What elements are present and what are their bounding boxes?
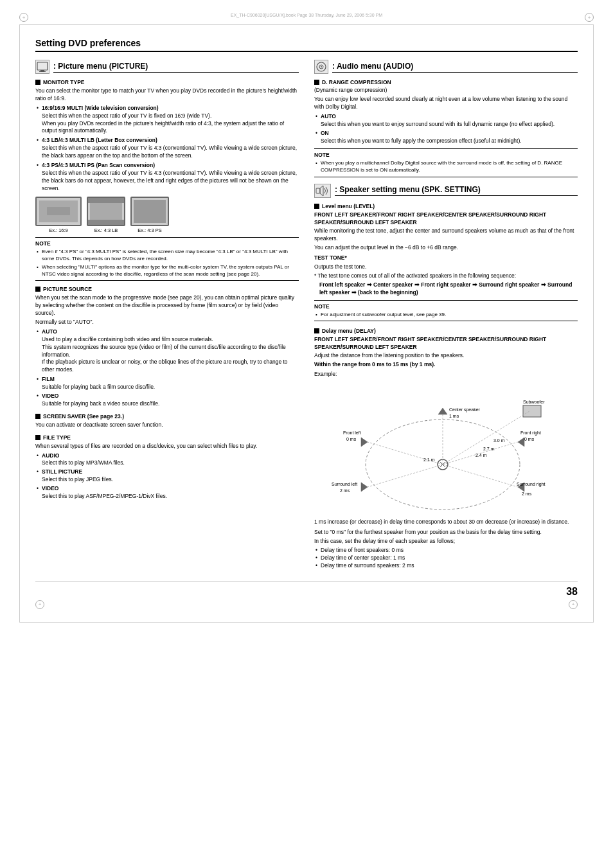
level-note-1: • For adjustment of subwoofer output lev…: [314, 311, 578, 318]
d-range-notes-list: • When you play a multichannel Dolby Dig…: [314, 159, 578, 173]
monitor-note-1: • Even if "4:3 PS" or "4:3 MULTI PS" is …: [35, 248, 299, 262]
audio-icon: [314, 60, 328, 74]
picture-section-title: : Picture menu (PICTURE): [53, 62, 299, 73]
corner-mark-tr: +: [585, 13, 594, 22]
svg-marker-23: [361, 483, 368, 492]
note-1ms: 1 ms increase (or decrease) in delay tim…: [314, 518, 578, 526]
svg-rect-1: [40, 70, 44, 71]
main-content: Setting DVD preferences : Picture menu: [19, 24, 594, 623]
screen-saver-section: SCREEN SAVER (See page 23.) You can acti…: [35, 413, 299, 429]
speaker-diagram-svg: Center speaker 1 ms Subwoofer Front left…: [314, 381, 578, 516]
sequence-text: Front left speaker ➡ Center speaker ➡ Fr…: [314, 281, 578, 297]
level-menu-section: Level menu (LEVEL) FRONT LEFT SPEAKER/FR…: [314, 203, 578, 321]
svg-text:2.4 m: 2.4 m: [475, 453, 487, 457]
note-title-3: NOTE: [314, 303, 578, 310]
dr-on: • ON Select this when you want to fully …: [314, 130, 578, 145]
speaker-section-title: : Speaker setting menu (SPK. SETTING): [335, 185, 578, 196]
svg-text:3.0 m: 3.0 m: [493, 438, 505, 443]
two-column-layout: : Picture menu (PICTURE) MONITOR TYPE Yo…: [35, 60, 578, 575]
monitor-note-2: • When selecting "MULTI" options as the …: [35, 263, 299, 278]
picture-section-header: : Picture menu (PICTURE): [35, 60, 299, 74]
in-this-case: In this case, set the delay time of each…: [314, 538, 578, 545]
delay-center: • Delay time of center speaker: 1 ms: [314, 554, 578, 562]
page-number: 38: [35, 581, 578, 598]
tv-box-ps: [130, 197, 169, 226]
ft-still: • STILL PICTURE Select this to play JPEG…: [35, 468, 299, 484]
monitor-type-intro: You can select the monitor type to match…: [35, 87, 299, 103]
level-speakers-title: FRONT LEFT SPEAKER/FRONT RIGHT SPEAKER/C…: [314, 211, 578, 227]
svg-text:Front left: Front left: [343, 430, 361, 435]
delay-front: • Delay time of front speakers: 0 ms: [314, 547, 578, 554]
delay-menu-title: Delay menu (DELAY): [314, 328, 578, 334]
note-title-2: NOTE: [314, 152, 578, 158]
tv-box-wide: [35, 197, 82, 226]
delay-times-list: • Delay time of front speakers: 0 ms • D…: [314, 547, 578, 570]
speaker-icon: [314, 184, 331, 198]
delay-desc: Adjust the distance from the listening p…: [314, 352, 578, 360]
header-file-info: EX_TH-C906020[USGU/X].book Page 38 Thurs…: [231, 13, 382, 22]
tv-169: Ex.: 16:9: [35, 197, 82, 233]
page-wrapper: + EX_TH-C906020[USGU/X].book Page 38 Thu…: [19, 13, 594, 623]
level-menu-title: Level menu (LEVEL): [314, 203, 578, 209]
tv-43ps-label: Ex.: 4:3 PS: [138, 227, 162, 233]
picture-source-intro: When you set the scan mode to the progre…: [35, 294, 299, 317]
svg-marker-12: [438, 408, 447, 414]
monitor-type-section: MONITOR TYPE You can select the monitor …: [35, 79, 299, 281]
audio-section-title: : Audio menu (AUDIO): [332, 62, 578, 73]
ft-video: • VIDEO Select this to play ASF/MPEG-2/M…: [35, 485, 299, 500]
delay-surround: • Delay time of surround speakers: 2 ms: [314, 562, 578, 570]
speaker-section-header: : Speaker setting menu (SPK. SETTING): [314, 184, 578, 198]
d-range-options: • AUTO Select this when you want to enjo…: [314, 113, 578, 146]
level-notes-list: • For adjustment of subwoofer output lev…: [314, 311, 578, 318]
d-range-subtitle: (Dynamic range compression): [314, 87, 578, 94]
note-title-1: NOTE: [35, 240, 299, 247]
ps-auto: • AUTO Used to play a disc/file containi…: [35, 328, 299, 374]
test-tone-desc: Outputs the test tone.: [314, 263, 578, 271]
right-column: : Audio menu (AUDIO) D. RANGE COMPRESSIO…: [314, 60, 578, 575]
screen-saver-desc: You can activate or deactivate screen sa…: [35, 421, 299, 429]
file-type-intro: When several types of files are recorded…: [35, 443, 299, 450]
monitor-option-43lb: • 4:3 LB/4:3 MULTI LB (Letter Box conver…: [35, 137, 299, 160]
level-desc: While monitoring the test tone, adjust t…: [314, 227, 578, 243]
svg-rect-6: [316, 188, 320, 193]
svg-text:2 ms: 2 ms: [340, 488, 350, 493]
ps-video: • VIDEO Suitable for playing back a vide…: [35, 393, 299, 408]
d-range-note: NOTE • When you play a multichannel Dolb…: [314, 148, 578, 177]
black-square-4: [35, 435, 40, 440]
tv-43ps: Ex.: 4:3 PS: [130, 197, 169, 233]
level-note: NOTE • For adjustment of subwoofer outpu…: [314, 300, 578, 321]
ps-film: • FILM Suitable for playing back a film …: [35, 376, 299, 391]
tv-43lb-label: Ex.: 4:3 LB: [94, 227, 118, 233]
black-square-5: [314, 80, 319, 85]
svg-text:Surround right: Surround right: [517, 482, 545, 487]
d-range-note-1: • When you play a multichannel Dolby Dig…: [314, 159, 578, 173]
monitor-type-note: NOTE • Even if "4:3 PS" or "4:3 MULTI PS…: [35, 237, 299, 281]
monitor-option-43ps: • 4:3 PS/4:3 MULTI PS (Pan Scan conversi…: [35, 162, 299, 193]
svg-text:2 ms: 2 ms: [522, 492, 532, 496]
delay-speakers-title: FRONT LEFT SPEAKER/FRONT RIGHT SPEAKER/C…: [314, 336, 578, 351]
level-range: You can adjust the output level in the −…: [314, 244, 578, 252]
svg-line-33: [443, 465, 518, 487]
svg-text:Surround left: Surround left: [332, 482, 357, 486]
svg-point-5: [321, 66, 322, 67]
picture-icon: [35, 60, 49, 74]
corner-mark-bl: +: [35, 600, 44, 609]
audio-section-header: : Audio menu (AUDIO): [314, 60, 578, 74]
asterisk-note: * The test tone comes out of all of the …: [314, 272, 578, 280]
ft-audio: • AUDIO Select this to play MP3/WMA file…: [35, 452, 299, 468]
tv-43lb: Ex.: 4:3 LB: [87, 197, 125, 233]
corner-mark-br: +: [569, 600, 578, 609]
svg-rect-2: [39, 71, 46, 72]
page-title-bar: Setting DVD preferences: [35, 38, 578, 52]
test-tone-title: TEST TONE*: [314, 254, 578, 262]
d-range-intro: You can enjoy low level recorded sound c…: [314, 96, 578, 111]
svg-line-32: [368, 465, 443, 487]
file-type-section: FILE TYPE When several types of files ar…: [35, 434, 299, 500]
black-square-6: [314, 204, 319, 209]
svg-text:2.1 m: 2.1 m: [423, 457, 435, 462]
svg-text:Center speaker: Center speaker: [449, 407, 481, 412]
black-square-1: [35, 80, 40, 85]
d-range-section: D. RANGE COMPRESSION (Dynamic range comp…: [314, 79, 578, 177]
delay-menu-section: Delay menu (DELAY) FRONT LEFT SPEAKER/FR…: [314, 328, 578, 570]
dr-auto: • AUTO Select this when you want to enjo…: [314, 113, 578, 128]
